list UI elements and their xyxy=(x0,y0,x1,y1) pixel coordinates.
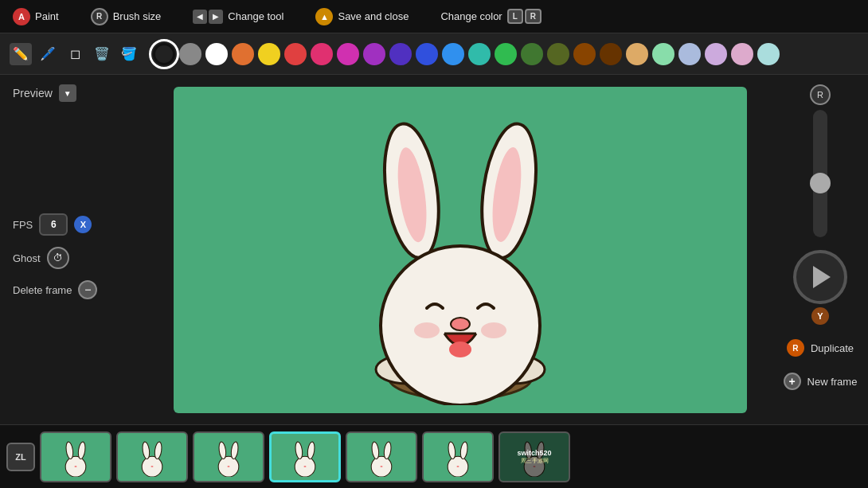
ghost-label: Ghost xyxy=(13,252,41,264)
frame-3-thumb xyxy=(209,437,248,477)
bunny-svg xyxy=(309,95,612,405)
delete-frame-button[interactable]: − xyxy=(78,280,97,299)
color-swatch-mint[interactable] xyxy=(652,43,674,65)
svg-point-23 xyxy=(230,441,239,459)
l-button[interactable]: L xyxy=(507,9,523,24)
watermark-overlay: switch520 周三手游网 xyxy=(500,433,569,481)
fps-label: FPS xyxy=(13,219,33,231)
svg-point-34 xyxy=(448,441,456,459)
frame-5[interactable] xyxy=(346,431,417,482)
svg-point-18 xyxy=(142,441,151,459)
frame-3[interactable] xyxy=(193,431,264,482)
dpad[interactable]: ◀ ▶ xyxy=(193,10,223,24)
duplicate-label: Duplicate xyxy=(811,342,854,354)
dpad-left[interactable]: ◀ xyxy=(193,10,207,24)
change-tool-label: Change tool xyxy=(228,10,283,22)
color-swatch-green[interactable] xyxy=(495,43,517,65)
y-button[interactable]: Y xyxy=(811,307,829,325)
color-swatch-white[interactable] xyxy=(205,43,228,65)
drawing-canvas[interactable] xyxy=(174,87,747,413)
r-button-color[interactable]: R xyxy=(525,9,542,24)
color-swatch-orange[interactable] xyxy=(232,43,254,65)
frame-6[interactable] xyxy=(422,431,494,482)
color-swatch-tan[interactable] xyxy=(626,43,648,65)
svg-point-19 xyxy=(154,441,162,459)
play-button[interactable] xyxy=(793,250,847,304)
play-icon xyxy=(813,266,831,288)
x-button[interactable]: X xyxy=(74,216,92,233)
slider-track[interactable] xyxy=(813,110,827,237)
color-swatch-yellow[interactable] xyxy=(258,43,280,65)
bucket-tool[interactable]: 🪣 xyxy=(118,43,140,65)
frame-1-thumb xyxy=(56,437,96,477)
top-bar: A Paint R Brush size ◀ ▶ Change tool ▲ S… xyxy=(0,0,868,33)
color-swatch-lavender[interactable] xyxy=(705,43,727,65)
svg-point-35 xyxy=(459,441,468,459)
duplicate-action[interactable]: R Duplicate xyxy=(780,338,860,358)
pen-tool[interactable]: 🖊️ xyxy=(37,43,59,65)
svg-point-11 xyxy=(414,322,440,338)
color-swatch-gray[interactable] xyxy=(179,43,201,65)
color-swatch-magenta[interactable] xyxy=(337,43,359,65)
color-swatch-empty[interactable] xyxy=(153,43,175,65)
color-swatch-red[interactable] xyxy=(284,43,307,65)
eraser-tool[interactable]: ◻ xyxy=(64,43,86,65)
fill-tool[interactable]: 🗑️ xyxy=(91,43,113,65)
watermark-text: switch520 xyxy=(517,449,551,457)
svg-point-30 xyxy=(371,441,380,459)
color-swatch-dark-green[interactable] xyxy=(521,43,543,65)
color-swatch-sky[interactable] xyxy=(442,43,464,65)
brush-size-control[interactable]: R Brush size xyxy=(91,8,162,25)
color-swatch-purple[interactable] xyxy=(363,43,385,65)
frame-7[interactable]: switch520 周三手游网 xyxy=(499,431,570,482)
frame-2[interactable] xyxy=(116,431,188,482)
preview-section: Preview ▼ xyxy=(13,84,135,102)
color-swatch-brown[interactable] xyxy=(573,43,596,65)
frame-6-thumb xyxy=(438,437,478,477)
zl-button[interactable]: ZL xyxy=(6,443,35,471)
dpad-right[interactable]: ▶ xyxy=(209,10,223,24)
paint-control[interactable]: A Paint xyxy=(13,8,59,25)
right-sidebar: R Y R Duplicate + New frame xyxy=(772,75,868,424)
fps-value[interactable]: 6 xyxy=(39,213,68,236)
color-swatch-olive[interactable] xyxy=(547,43,569,65)
ghost-row: Ghost ⏱ xyxy=(13,247,135,269)
color-swatch-indigo[interactable] xyxy=(389,43,412,65)
svg-point-12 xyxy=(481,322,506,338)
play-button-group: Y xyxy=(793,250,847,325)
color-swatch-dark-brown[interactable] xyxy=(600,43,622,65)
new-frame-label: New frame xyxy=(807,376,858,388)
color-swatch-pink[interactable] xyxy=(311,43,333,65)
filmstrip: ZL xyxy=(0,424,868,488)
svg-point-9 xyxy=(449,342,471,357)
frame-4-thumb xyxy=(285,437,325,477)
frame-1[interactable] xyxy=(40,431,111,482)
pencil-tool[interactable]: ✏️ xyxy=(10,43,32,65)
color-swatch-teal[interactable] xyxy=(468,43,491,65)
color-swatch-light-blue[interactable] xyxy=(678,43,701,65)
delete-row: Delete frame − xyxy=(13,280,135,299)
change-color-label: Change color xyxy=(440,10,502,22)
new-frame-action[interactable]: + New frame xyxy=(777,371,864,392)
brush-size-slider: R xyxy=(810,84,831,237)
color-swatch-blue[interactable] xyxy=(416,43,438,65)
frame-5-thumb xyxy=(362,437,401,477)
up-button[interactable]: ▲ xyxy=(315,8,333,25)
fps-row: FPS 6 X xyxy=(13,213,135,236)
paint-label: Paint xyxy=(35,10,59,22)
frame-4[interactable] xyxy=(269,431,341,482)
frame-2-thumb xyxy=(132,437,172,477)
svg-point-24 xyxy=(227,465,229,467)
preview-label: Preview xyxy=(13,87,53,100)
preview-dropdown[interactable]: ▼ xyxy=(59,84,76,102)
slider-thumb[interactable] xyxy=(810,173,831,193)
change-tool-control: ◀ ▶ Change tool xyxy=(193,10,283,24)
svg-point-8 xyxy=(451,318,470,330)
delete-frame-label: Delete frame xyxy=(13,284,72,296)
color-swatch-ice[interactable] xyxy=(757,43,780,65)
a-button[interactable]: A xyxy=(13,8,30,25)
r-button-brush[interactable]: R xyxy=(91,8,108,25)
save-close-control[interactable]: ▲ Save and close xyxy=(315,8,409,25)
ghost-button[interactable]: ⏱ xyxy=(47,247,69,269)
color-swatch-rose[interactable] xyxy=(731,43,753,65)
